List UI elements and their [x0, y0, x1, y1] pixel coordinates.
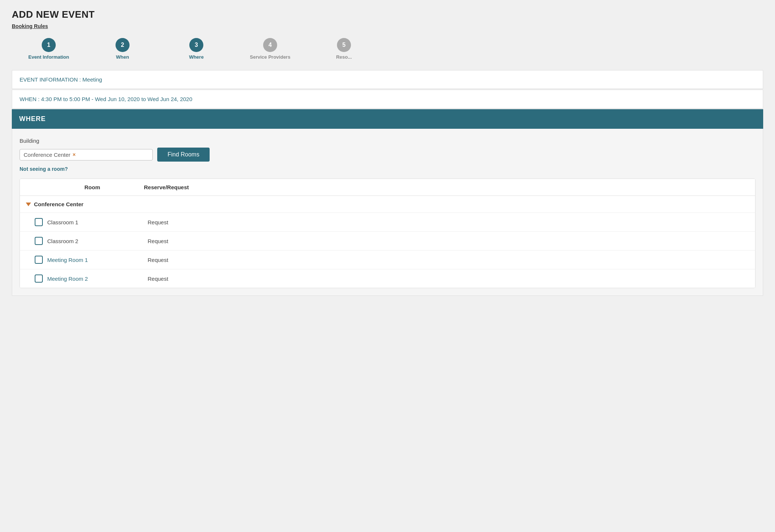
- where-body: Building Conference Center × Find Rooms …: [12, 129, 763, 296]
- step-2-label: When: [116, 54, 129, 60]
- page-title: ADD NEW EVENT: [12, 9, 763, 20]
- room-name: Classroom 2: [47, 238, 143, 244]
- step-1-circle: 1: [42, 38, 56, 52]
- building-input-wrapper[interactable]: Conference Center ×: [20, 149, 153, 160]
- group-row-conference-center[interactable]: Conference Center: [20, 196, 755, 213]
- building-tag: Conference Center ×: [24, 152, 76, 158]
- step-2[interactable]: 2 When: [86, 38, 159, 60]
- room-name: Meeting Room 2: [47, 276, 143, 282]
- chevron-down-icon: [26, 203, 31, 206]
- room-checkbox[interactable]: [35, 237, 43, 245]
- page-container: ADD NEW EVENT Booking Rules 1 Event Info…: [0, 0, 775, 532]
- room-name: Meeting Room 1: [47, 257, 143, 263]
- table-row: Meeting Room 1Request: [20, 251, 755, 269]
- stepper: 1 Event Information 2 When 3 Where 4 Ser…: [12, 38, 763, 60]
- step-3-label: Where: [189, 54, 204, 60]
- group-name: Conference Center: [34, 201, 83, 207]
- building-search-input[interactable]: [79, 152, 149, 158]
- table-header: Room Reserve/Request: [20, 179, 755, 196]
- booking-rules-link[interactable]: Booking Rules: [12, 23, 763, 29]
- step-4[interactable]: 4 Service Providers: [233, 38, 307, 60]
- step-3-circle: 3: [189, 38, 203, 52]
- room-checkbox[interactable]: [35, 218, 43, 226]
- room-table: Room Reserve/Request Conference Center C…: [20, 179, 755, 288]
- col-room-header: Room: [26, 184, 144, 190]
- building-tag-text: Conference Center: [24, 152, 70, 158]
- room-checkbox[interactable]: [35, 256, 43, 264]
- col-reserve-header: Reserve/Request: [144, 184, 749, 190]
- building-row: Conference Center × Find Rooms: [20, 148, 755, 162]
- table-row: Classroom 2Request: [20, 232, 755, 251]
- room-reserve: Request: [148, 219, 749, 225]
- room-reserve: Request: [148, 276, 749, 282]
- step-5-label: Reso...: [336, 54, 352, 60]
- building-tag-remove[interactable]: ×: [73, 152, 76, 158]
- step-2-circle: 2: [116, 38, 130, 52]
- where-header: WHERE: [12, 109, 763, 129]
- step-1[interactable]: 1 Event Information: [12, 38, 86, 60]
- table-row: Meeting Room 2Request: [20, 269, 755, 288]
- find-rooms-button[interactable]: Find Rooms: [157, 148, 210, 162]
- event-info-row: EVENT INFORMATION : Meeting: [12, 70, 763, 89]
- step-3[interactable]: 3 Where: [159, 38, 233, 60]
- table-row: Classroom 1Request: [20, 213, 755, 232]
- step-5-circle: 5: [337, 38, 351, 52]
- room-reserve: Request: [148, 238, 749, 244]
- not-seeing-room-link[interactable]: Not seeing a room?: [20, 166, 755, 172]
- room-checkbox[interactable]: [35, 274, 43, 283]
- step-4-label: Service Providers: [250, 54, 290, 60]
- room-reserve: Request: [148, 257, 749, 263]
- step-4-circle: 4: [263, 38, 277, 52]
- room-rows-container: Classroom 1RequestClassroom 2RequestMeet…: [20, 213, 755, 288]
- room-name: Classroom 1: [47, 219, 143, 225]
- step-5[interactable]: 5 Reso...: [307, 38, 381, 60]
- when-info-row: WHEN : 4:30 PM to 5:00 PM - Wed Jun 10, …: [12, 90, 763, 108]
- step-1-label: Event Information: [28, 54, 69, 60]
- building-label: Building: [20, 138, 755, 144]
